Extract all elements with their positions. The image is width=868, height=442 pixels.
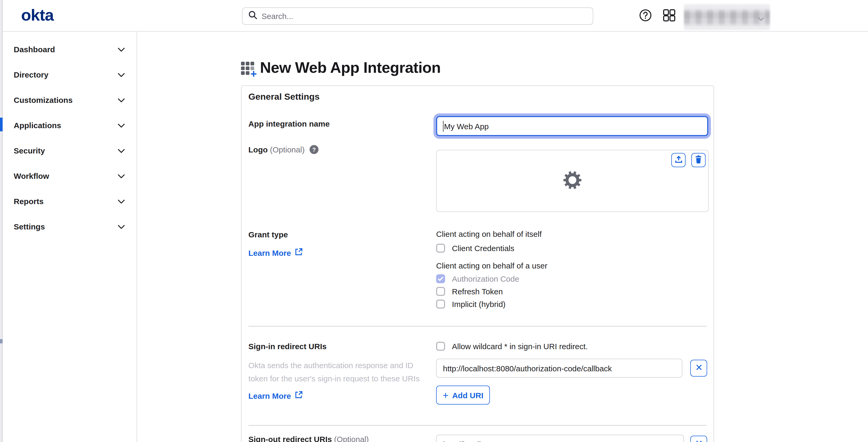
trash-icon [694, 155, 703, 165]
sidebar-item-security[interactable]: Security [0, 138, 136, 163]
sidebar-item-directory[interactable]: Directory [0, 62, 136, 87]
help-icon[interactable] [639, 9, 652, 22]
general-settings-card: General Settings App integration name My… [241, 85, 714, 442]
sidebar-item-label: Settings [14, 222, 45, 231]
signin-uri-value: http://localhost:8080/authorization-code… [443, 364, 612, 373]
svg-text:?: ? [312, 146, 316, 153]
sidebar-item-dashboard[interactable]: Dashboard [0, 36, 136, 62]
text-cursor [443, 120, 443, 131]
global-search[interactable] [242, 7, 593, 25]
sidebar-item-label: Reports [14, 197, 43, 205]
app-grid-plus-icon: + [241, 62, 255, 76]
sidebar-nav: Dashboard Directory Customizations Appli… [0, 32, 137, 442]
plus-icon: + [443, 390, 448, 400]
checkbox-client-credentials[interactable] [436, 243, 445, 253]
checkbox-label: Authorization Code [452, 274, 519, 283]
checkbox-label: Refresh Token [452, 287, 503, 296]
okta-logo[interactable]: okta [21, 6, 54, 25]
grant-type-label: Grant type [248, 229, 288, 240]
x-icon [695, 439, 702, 442]
top-bar: okta [0, 0, 868, 32]
chevron-down-icon [118, 120, 125, 130]
search-icon [248, 10, 257, 22]
chevron-down-icon [118, 95, 125, 105]
app-name-label: App integration name [248, 118, 330, 130]
chevron-down-icon [118, 44, 125, 54]
section-divider [248, 425, 707, 426]
sidebar-item-workflow[interactable]: Workflow [0, 163, 136, 188]
checkbox-wildcard[interactable] [436, 342, 445, 351]
logo-optional-text: (Optional) [270, 145, 305, 154]
upload-logo-button[interactable] [671, 153, 686, 167]
delete-logo-button[interactable] [691, 153, 706, 167]
sidebar-item-label: Applications [14, 120, 61, 129]
logo-upload-area[interactable] [436, 150, 709, 212]
description-line: Okta sends the authentication response a… [248, 359, 423, 372]
chevron-down-icon [118, 222, 125, 231]
grant-type-learn-more-link[interactable]: Learn More [248, 248, 303, 257]
description-line: token for the user's sign-in request to … [248, 372, 423, 385]
checkbox-label: Allow wildcard * in sign-in URI redirect… [452, 342, 588, 351]
grant-option-authorization-code[interactable]: Authorization Code [436, 273, 519, 284]
signout-label-text: Sign-out redirect URIs [248, 435, 332, 442]
signin-redirect-label: Sign-in redirect URIs [248, 341, 327, 352]
app-name-value: My Web App [444, 122, 489, 130]
redacted-account-name[interactable] [684, 4, 770, 30]
help-tooltip-icon[interactable]: ? [310, 145, 318, 157]
sidebar-item-label: Dashboard [14, 45, 55, 54]
upload-icon [674, 155, 683, 165]
section-divider [248, 326, 707, 326]
signout-uri-value: http://localhost:8080 [443, 440, 514, 442]
chevron-down-icon[interactable] [758, 14, 764, 23]
window-edge-artifact [0, 339, 3, 343]
chevron-down-icon [118, 70, 125, 79]
logo-label: Logo (Optional) ? [248, 144, 318, 157]
okta-admin-console: okta [0, 0, 868, 442]
x-icon [695, 363, 702, 373]
wildcard-option[interactable]: Allow wildcard * in sign-in URI redirect… [436, 340, 588, 352]
apps-grid-icon[interactable] [663, 9, 676, 22]
sidebar-item-customizations[interactable]: Customizations [0, 87, 136, 112]
sidebar-item-reports[interactable]: Reports [0, 188, 136, 214]
sidebar-item-settings[interactable]: Settings [0, 214, 136, 239]
chevron-down-icon [118, 171, 125, 180]
sidebar-item-label: Directory [14, 70, 49, 79]
search-input[interactable] [261, 11, 593, 21]
chevron-down-icon [118, 196, 125, 206]
signin-redirect-description: Okta sends the authentication response a… [248, 359, 423, 385]
app-name-input[interactable]: My Web App [436, 116, 708, 136]
signout-optional-text: (Optional) [334, 435, 369, 442]
window-edge-strip [0, 0, 3, 442]
add-uri-label: Add URI [452, 390, 483, 400]
grant-option-refresh-token[interactable]: Refresh Token [436, 285, 503, 297]
sidebar-item-label: Workflow [14, 171, 49, 180]
chevron-down-icon [118, 146, 125, 155]
external-link-icon [295, 248, 303, 257]
sidebar-item-applications[interactable]: Applications [0, 112, 136, 138]
external-link-icon [295, 391, 303, 400]
grant-option-client-credentials[interactable]: Client Credentials [436, 242, 515, 254]
gear-icon [563, 170, 582, 192]
remove-signin-uri-button[interactable] [690, 360, 707, 377]
checkbox-label: Client Credentials [452, 243, 515, 253]
checkbox-refresh-token[interactable] [436, 287, 445, 296]
sidebar-item-label: Security [14, 146, 45, 155]
remove-signout-uri-button[interactable] [690, 436, 707, 442]
checkbox-label: Implicit (hybrid) [452, 299, 505, 308]
grant-group-user-heading: Client acting on behalf of a user [436, 260, 547, 272]
section-heading: General Settings [248, 92, 319, 102]
active-nav-indicator [0, 118, 3, 131]
signout-uri-input[interactable]: http://localhost:8080 [436, 435, 684, 442]
signout-redirect-label: Sign-out redirect URIs (Optional) [248, 434, 369, 442]
signin-learn-more-link[interactable]: Learn More [248, 391, 303, 400]
learn-more-text: Learn More [248, 391, 291, 400]
page-title: New Web App Integration [260, 59, 441, 77]
checkbox-implicit-hybrid[interactable] [436, 299, 445, 308]
logo-label-text: Logo [248, 145, 268, 154]
grant-option-implicit-hybrid[interactable]: Implicit (hybrid) [436, 298, 505, 310]
learn-more-text: Learn More [248, 248, 291, 257]
sidebar-item-label: Customizations [14, 95, 72, 104]
signin-uri-input[interactable]: http://localhost:8080/authorization-code… [436, 359, 682, 378]
add-uri-button[interactable]: + Add URI [436, 386, 490, 405]
checkbox-authorization-code[interactable] [436, 274, 445, 283]
